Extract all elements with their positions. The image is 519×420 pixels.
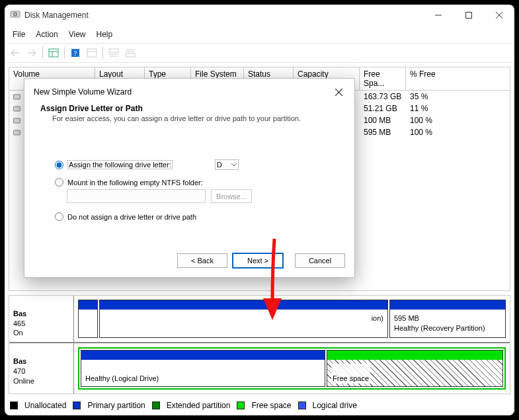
- toolbar-list-top-icon[interactable]: [106, 46, 122, 60]
- chevron-down-icon: [231, 163, 237, 167]
- titlebar: Disk Management: [5, 5, 514, 26]
- menu-help[interactable]: Help: [91, 27, 118, 42]
- radio-none[interactable]: [55, 212, 63, 221]
- partition-free[interactable]: Free space: [327, 350, 503, 387]
- volume-icon: [13, 105, 20, 112]
- next-button[interactable]: Next >: [233, 253, 283, 268]
- option-no-assign[interactable]: Do not assign a drive letter or drive pa…: [55, 212, 328, 221]
- swatch-free: [237, 401, 245, 409]
- toolbar-detail-icon[interactable]: [84, 46, 100, 60]
- browse-button: Browse...: [211, 189, 252, 203]
- toolbar-layout-icon[interactable]: [46, 46, 61, 60]
- swatch-extended: [152, 401, 160, 409]
- swatch-primary: [73, 401, 81, 409]
- disk-row: Bas 465 On ion) 595 MBHealthy (Recovery …: [9, 296, 510, 344]
- option-assign-letter[interactable]: Assign the following drive letter: D: [55, 159, 328, 170]
- toolbar: ?: [5, 44, 514, 63]
- svg-rect-9: [87, 49, 97, 57]
- dialog-close-icon[interactable]: [329, 84, 348, 100]
- minimize-button[interactable]: [423, 5, 454, 26]
- maximize-button[interactable]: [454, 5, 484, 26]
- svg-rect-16: [126, 54, 135, 57]
- mount-path-field[interactable]: [67, 189, 206, 203]
- menu-file[interactable]: File: [7, 27, 30, 42]
- toolbar-help-icon[interactable]: ?: [67, 46, 83, 60]
- disk-header[interactable]: Bas 470 Online: [9, 343, 74, 394]
- svg-rect-3: [466, 13, 472, 19]
- svg-rect-20: [14, 130, 20, 135]
- volume-icon: [13, 117, 20, 124]
- menubar: File Action View Help: [5, 26, 514, 44]
- svg-rect-4: [49, 49, 58, 57]
- dialog-title: New Simple Volume Wizard: [34, 87, 329, 97]
- col-freespace[interactable]: Free Spa...: [360, 67, 406, 90]
- menu-view[interactable]: View: [63, 27, 91, 42]
- radio-assign[interactable]: [55, 161, 63, 169]
- swatch-unallocated: [10, 401, 18, 409]
- menu-action[interactable]: Action: [30, 27, 63, 42]
- dialog-subheading: For easier access, you can assign a driv…: [40, 114, 339, 122]
- volume-icon: [13, 93, 20, 101]
- nav-forward-icon[interactable]: [24, 46, 40, 60]
- disk-graphical-view: Bas 465 On ion) 595 MBHealthy (Recovery …: [9, 295, 510, 394]
- toolbar-list-bottom-icon[interactable]: [122, 46, 138, 60]
- svg-rect-19: [14, 118, 20, 123]
- dialog-heading: Assign Drive Letter or Path: [40, 104, 339, 113]
- col-pctfree[interactable]: % Free: [406, 67, 510, 90]
- legend: Unallocated Primary partition Extended p…: [9, 398, 510, 411]
- radio-mount[interactable]: [55, 178, 63, 187]
- partition-recovery[interactable]: 595 MBHealthy (Recovery Partition): [389, 300, 506, 339]
- swatch-logical: [298, 401, 306, 409]
- close-button[interactable]: [484, 5, 514, 26]
- disk-row: Bas 470 Online Healthy (Logical Drive) F…: [9, 343, 510, 394]
- svg-text:?: ?: [74, 49, 77, 57]
- svg-rect-17: [14, 95, 20, 99]
- extended-partition[interactable]: Healthy (Logical Drive) Free space: [78, 347, 506, 390]
- back-button[interactable]: < Back: [177, 253, 227, 268]
- option-mount-folder[interactable]: Mount in the following empty NTFS folder…: [55, 178, 328, 187]
- partition[interactable]: [78, 300, 98, 339]
- svg-rect-18: [14, 106, 20, 111]
- wizard-dialog: New Simple Volume Wizard Assign Drive Le…: [24, 78, 355, 278]
- svg-point-2: [15, 14, 16, 15]
- partition-logical[interactable]: Healthy (Logical Drive): [81, 350, 325, 387]
- partition[interactable]: ion): [99, 300, 388, 339]
- cancel-button[interactable]: Cancel: [295, 253, 345, 268]
- volume-icon: [13, 129, 20, 136]
- disk-header[interactable]: Bas 465 On: [9, 296, 74, 343]
- svg-rect-11: [109, 49, 118, 52]
- drive-letter-select[interactable]: D: [215, 159, 239, 170]
- app-icon: [10, 10, 20, 21]
- window-title: Disk Management: [24, 11, 423, 20]
- nav-back-icon[interactable]: [7, 46, 23, 60]
